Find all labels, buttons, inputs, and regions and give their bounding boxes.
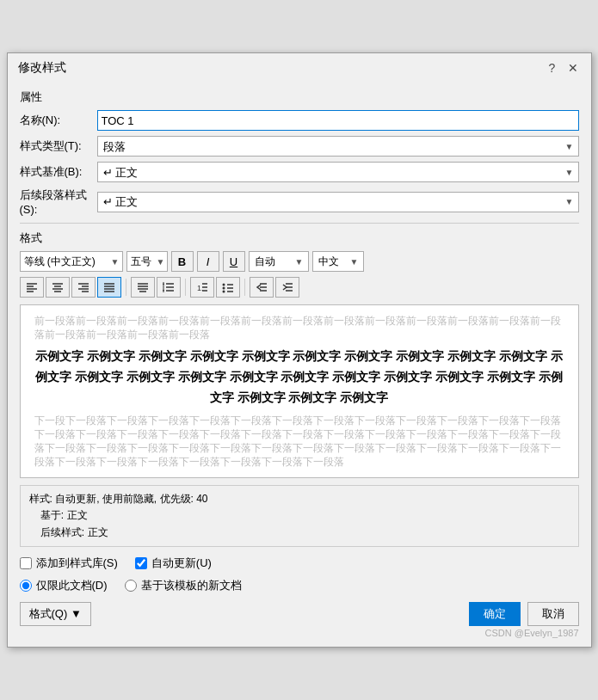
increase-indent-button[interactable]	[275, 277, 299, 298]
auto-update-option[interactable]: 自动更新(U)	[135, 556, 212, 571]
footer-row: 格式(Q) ▼ 确定 取消	[20, 602, 579, 626]
title-icons: ? ✕	[545, 60, 581, 76]
style-type-select[interactable]: 段落	[97, 136, 579, 157]
format-toolbar: 等线 (中文正文) ▼ 五号 ▼ B I U 自动 ▼ 中文	[20, 251, 579, 272]
new-doc-radio[interactable]	[125, 580, 137, 592]
watermark: CSDN @Evelyn_1987	[20, 628, 579, 638]
only-this-doc-label: 仅限此文档(D)	[36, 578, 108, 593]
style-base-select[interactable]: ↵ 正文	[97, 162, 579, 182]
style-type-label: 样式类型(T):	[20, 138, 97, 154]
format-button[interactable]: 格式(Q) ▼	[20, 602, 91, 626]
style-type-select-wrapper: 段落 ▼	[97, 136, 579, 157]
bold-button[interactable]: B	[171, 251, 194, 272]
color-select[interactable]: 自动	[249, 251, 309, 272]
align-distributed-button[interactable]	[131, 277, 155, 298]
svg-point-29	[222, 291, 225, 293]
font-size-wrap: 五号 ▼	[126, 251, 168, 272]
style-base-select-wrapper: ↵ 正文 ▼	[97, 162, 579, 182]
toolbar-sep3	[244, 279, 245, 296]
style-info-line1: 样式: 自动更新, 使用前隐藏, 优先级: 40	[29, 491, 570, 507]
align-toolbar: 1.	[20, 277, 579, 298]
toolbar-sep1	[126, 279, 126, 296]
next-style-label: 后续段落样式(S):	[20, 187, 97, 216]
ok-button[interactable]: 确定	[469, 602, 521, 626]
auto-update-checkbox[interactable]	[135, 557, 147, 569]
decrease-indent-button[interactable]	[250, 277, 274, 298]
name-row: 名称(N):	[20, 110, 579, 131]
next-style-row: 后续段落样式(S): ↵ 正文 ▼	[20, 187, 579, 216]
color-select-wrap: 自动 ▼	[249, 251, 309, 272]
title-bar: 修改样式 ? ✕	[8, 53, 591, 81]
style-base-row: 样式基准(B): ↵ 正文 ▼	[20, 162, 579, 182]
style-info: 样式: 自动更新, 使用前隐藏, 优先级: 40 基于: 正文 后续样式: 正文	[20, 485, 579, 547]
font-size-select[interactable]: 五号	[126, 251, 168, 272]
line-spacing-button[interactable]	[157, 277, 181, 298]
italic-button[interactable]: I	[197, 251, 219, 272]
only-this-doc-option[interactable]: 仅限此文档(D)	[20, 578, 108, 593]
style-info-line3: 后续样式: 正文	[29, 525, 570, 541]
align-justify-button[interactable]	[97, 277, 121, 298]
next-style-select-wrapper: ↵ 正文 ▼	[97, 192, 579, 212]
add-to-library-option[interactable]: 添加到样式库(S)	[20, 556, 118, 571]
preview-after-text: 下一段下一段落下一段落下一段落下一段落下一段落下一段落下一段落下一段落下一段落下…	[34, 414, 564, 469]
style-base-label: 样式基准(B):	[20, 164, 97, 180]
new-doc-option[interactable]: 基于该模板的新文档	[125, 578, 242, 593]
close-icon[interactable]: ✕	[565, 60, 581, 76]
align-center-button[interactable]	[46, 277, 70, 298]
lang-select[interactable]: 中文	[312, 251, 364, 272]
style-type-row: 样式类型(T): 段落 ▼	[20, 136, 579, 157]
svg-point-27	[222, 284, 225, 286]
dialog-body: 属性 名称(N): 样式类型(T): 段落 ▼ 样式基准(B): ↵ 正文 ▼	[8, 81, 591, 647]
svg-point-28	[222, 287, 225, 290]
properties-section-label: 属性	[20, 89, 579, 105]
format-section-label: 格式	[20, 230, 579, 246]
options-row: 添加到样式库(S) 自动更新(U)	[20, 556, 579, 571]
cancel-button[interactable]: 取消	[527, 602, 579, 626]
style-info-line2: 基于: 正文	[29, 507, 570, 524]
toolbar-sep2	[185, 279, 186, 296]
preview-sample-text: 示例文字 示例文字 示例文字 示例文字 示例文字 示例文字 示例文字 示例文字 …	[34, 347, 564, 408]
numbering-button[interactable]: 1.	[190, 277, 214, 298]
auto-update-label: 自动更新(U)	[151, 556, 212, 571]
name-input[interactable]	[97, 110, 579, 131]
help-icon[interactable]: ?	[545, 60, 560, 76]
bullets-button[interactable]	[216, 277, 240, 298]
font-family-select[interactable]: 等线 (中文正文)	[20, 251, 123, 272]
font-family-wrap: 等线 (中文正文) ▼	[20, 251, 123, 272]
radio-row: 仅限此文档(D) 基于该模板的新文档	[20, 578, 579, 593]
only-this-doc-radio[interactable]	[20, 580, 32, 592]
preview-before-text: 前一段落前一段落前一段落前一段落前一段落前一段落前一段落前一段落前一段落前一段落…	[34, 314, 564, 341]
preview-area: 前一段落前一段落前一段落前一段落前一段落前一段落前一段落前一段落前一段落前一段落…	[20, 304, 579, 478]
footer-right: 确定 取消	[469, 602, 579, 626]
lang-select-wrap: 中文 ▼	[312, 251, 364, 272]
next-style-select[interactable]: ↵ 正文	[97, 192, 579, 212]
divider1	[20, 223, 579, 224]
add-to-library-label: 添加到样式库(S)	[36, 556, 118, 571]
underline-button[interactable]: U	[223, 251, 245, 272]
align-right-button[interactable]	[71, 277, 96, 298]
add-to-library-checkbox[interactable]	[20, 557, 32, 569]
align-left-button[interactable]	[20, 277, 44, 298]
dialog-title: 修改样式	[18, 60, 66, 76]
name-label: 名称(N):	[20, 113, 97, 128]
new-doc-label: 基于该模板的新文档	[141, 578, 242, 593]
modify-style-dialog: 修改样式 ? ✕ 属性 名称(N): 样式类型(T): 段落 ▼ 样式基准(B)…	[7, 52, 592, 648]
